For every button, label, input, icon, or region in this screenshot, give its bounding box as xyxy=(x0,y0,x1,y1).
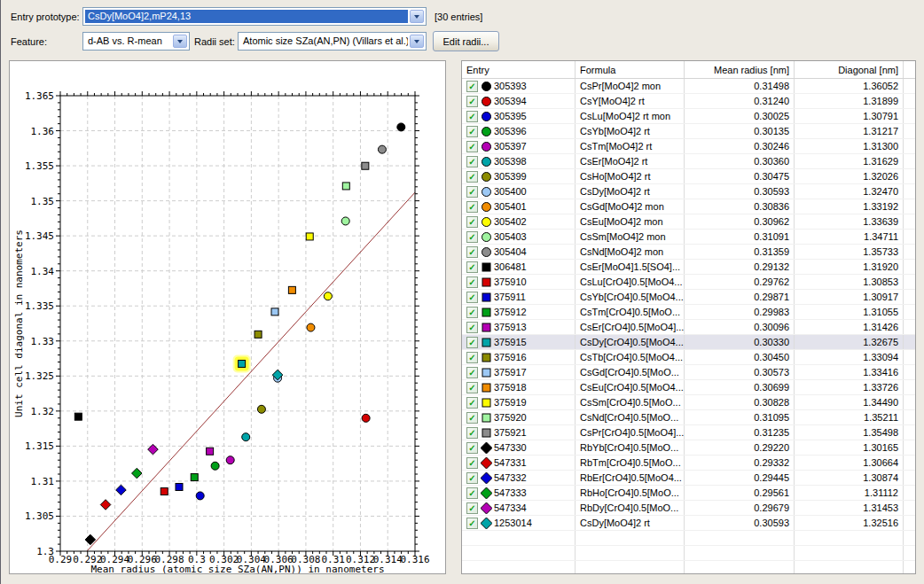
scatter-chart[interactable]: 0.290.2920.2940.2960.2980.30.3020.3040.3… xyxy=(10,61,445,573)
data-point[interactable] xyxy=(191,474,198,481)
table-row[interactable]: ✓305404CsNd[MoO4]2 mon0.313591.35733 xyxy=(462,245,915,260)
table-row[interactable]: ✓305401CsGd[MoO4]2 mon0.308361.33192 xyxy=(462,199,915,214)
entry-checkbox[interactable]: ✓ xyxy=(466,276,478,288)
data-point[interactable] xyxy=(176,483,183,490)
data-point[interactable] xyxy=(161,488,168,495)
entry-checkbox[interactable]: ✓ xyxy=(466,141,478,152)
entry-checkbox[interactable]: ✓ xyxy=(466,246,478,258)
data-point[interactable] xyxy=(362,162,369,169)
data-point[interactable] xyxy=(288,286,295,293)
feature-combobox[interactable]: d-AB vs. R-mean xyxy=(82,32,190,51)
table-row[interactable]: ✓375915CsDy[CrO4]0.5[MoO4...0.303301.326… xyxy=(462,335,915,350)
table-row[interactable]: ✓375910CsLu[CrO4]0.5[MoO4...0.297621.308… xyxy=(462,275,915,290)
entry-prototype-value[interactable]: CsDy[MoO4]2,mP24,13 xyxy=(85,10,408,23)
entry-checkbox[interactable]: ✓ xyxy=(466,307,478,318)
data-point[interactable] xyxy=(324,292,332,300)
table-row[interactable]: ✓306481CsEr[MoO4]1.5[SO4]...0.291321.319… xyxy=(462,260,915,275)
entry-checkbox[interactable]: ✓ xyxy=(466,367,478,378)
data-point[interactable] xyxy=(307,323,315,331)
entry-checkbox[interactable]: ✓ xyxy=(466,216,478,228)
table-row[interactable]: ✓375920CsNd[CrO4]0.5[MoO...0.310951.3521… xyxy=(462,410,915,425)
entry-checkbox[interactable]: ✓ xyxy=(466,322,478,333)
entry-checkbox[interactable]: ✓ xyxy=(466,111,478,122)
entry-checkbox[interactable]: ✓ xyxy=(466,156,478,167)
entry-checkbox[interactable]: ✓ xyxy=(466,397,478,409)
data-point[interactable] xyxy=(341,217,349,225)
table-row[interactable]: ✓1253014CsDy[MoO4]2 rt0.305931.32516 xyxy=(462,516,915,531)
data-point[interactable] xyxy=(74,413,82,420)
entry-checkbox[interactable]: ✓ xyxy=(466,292,478,303)
table-row[interactable]: ✓375912CsTm[CrO4]0.5[MoO...0.299831.3105… xyxy=(462,305,915,320)
table-row[interactable]: ✓305398CsEr[MoO4]2 rt0.303601.31629 xyxy=(462,154,915,169)
entry-checkbox[interactable]: ✓ xyxy=(466,518,478,529)
data-point[interactable] xyxy=(271,308,278,315)
table-row[interactable]: ✓375917CsGd[CrO4]0.5[MoO...0.305731.3341… xyxy=(462,365,915,380)
entry-checkbox[interactable]: ✓ xyxy=(466,81,478,92)
data-point[interactable] xyxy=(207,448,214,455)
data-point[interactable] xyxy=(306,233,313,240)
table-row[interactable]: ✓375921CsPr[CrO4]0.5[MoO4]...0.312351.35… xyxy=(462,425,915,440)
table-row[interactable]: ✓305396CsYb[MoO4]2 rt0.301351.31217 xyxy=(462,124,915,139)
table-row[interactable]: ✓547330RbYb[CrO4]0.5[MoO...0.292201.3016… xyxy=(462,440,915,456)
table-row[interactable]: ✓375916CsTb[CrO4]0.5[MoO4...0.304501.330… xyxy=(462,350,915,365)
entry-prototype-combobox[interactable]: CsDy[MoO4]2,mP24,13 xyxy=(82,7,427,26)
entry-checkbox[interactable]: ✓ xyxy=(466,352,478,363)
table-row[interactable]: ✓305393CsPr[MoO4]2 mon0.314981.36052 xyxy=(462,79,915,94)
entry-checkbox[interactable]: ✓ xyxy=(466,457,478,469)
data-point[interactable] xyxy=(132,468,143,479)
table-row[interactable]: ✓547331RbTm[CrO4]0.5[MoO...0.293321.3066… xyxy=(462,456,915,471)
table-row[interactable]: ✓547334RbDy[CrO4]0.5[MoO...0.296791.3145… xyxy=(462,501,915,516)
entry-checkbox[interactable]: ✓ xyxy=(466,382,478,393)
entry-checkbox[interactable]: ✓ xyxy=(466,126,478,137)
table-row[interactable]: ✓305402CsEu[MoO4]2 mon0.309621.33639 xyxy=(462,214,915,230)
table-row[interactable]: ✓305397CsTm[MoO4]2 rt0.302461.31300 xyxy=(462,139,915,154)
data-point[interactable] xyxy=(254,331,262,338)
data-point[interactable] xyxy=(226,456,234,464)
entry-checkbox[interactable]: ✓ xyxy=(466,487,478,499)
table-row[interactable]: ✓305403CsSm[MoO4]2 mon0.310911.34711 xyxy=(462,230,915,245)
entry-checkbox[interactable]: ✓ xyxy=(466,472,478,484)
radii-set-value[interactable]: Atomic size SZa(AN,PN) (Villars et al.) xyxy=(240,35,408,48)
column-header-mean-radius[interactable]: Mean radius [nm] xyxy=(685,61,795,78)
data-point[interactable] xyxy=(196,492,204,500)
data-point[interactable] xyxy=(100,500,111,510)
radii-set-combobox[interactable]: Atomic size SZa(AN,PN) (Villars et al.) xyxy=(238,32,427,51)
table-row[interactable]: ✓375919CsSm[CrO4]0.5[MoO...0.308281.3449… xyxy=(462,395,915,410)
entry-checkbox[interactable]: ✓ xyxy=(466,231,478,243)
entry-checkbox[interactable]: ✓ xyxy=(466,427,478,439)
table-row[interactable]: ✓547333RbHo[CrO4]0.5[MoO...0.295611.3111… xyxy=(462,486,915,501)
entry-checkbox[interactable]: ✓ xyxy=(466,186,478,198)
data-point[interactable] xyxy=(239,360,246,367)
chevron-down-icon[interactable] xyxy=(410,10,424,23)
data-point[interactable] xyxy=(211,462,219,470)
feature-value[interactable]: d-AB vs. R-mean xyxy=(85,35,171,48)
entry-checkbox[interactable]: ✓ xyxy=(466,502,478,514)
data-point[interactable] xyxy=(362,414,370,422)
table-row[interactable]: ✓547332RbEr[CrO4]0.5[MoO4...0.294451.308… xyxy=(462,471,915,486)
table-row[interactable]: ✓375913CsEr[CrO4]0.5[MoO4]...0.300961.31… xyxy=(462,320,915,335)
data-point[interactable] xyxy=(342,183,349,190)
chevron-down-icon[interactable] xyxy=(410,35,424,48)
data-point[interactable] xyxy=(378,145,386,153)
entry-checkbox[interactable]: ✓ xyxy=(466,337,478,348)
data-point[interactable] xyxy=(257,405,265,413)
table-row[interactable]: ✓305395CsLu[MoO4]2 rt mon0.300251.30791 xyxy=(462,109,915,124)
table-row[interactable]: ✓375918CsEu[CrO4]0.5[MoO4...0.306991.337… xyxy=(462,380,915,395)
entry-checkbox[interactable]: ✓ xyxy=(466,261,478,273)
chevron-down-icon[interactable] xyxy=(173,35,187,48)
data-point[interactable] xyxy=(242,433,250,441)
entry-checkbox[interactable]: ✓ xyxy=(466,171,478,183)
column-header-entry[interactable]: Entry xyxy=(462,61,576,78)
table-row[interactable]: ✓305399CsHo[MoO4]2 rt0.304751.32026 xyxy=(462,169,915,184)
data-point[interactable] xyxy=(397,123,405,131)
column-header-formula[interactable]: Formula xyxy=(576,61,685,78)
entry-checkbox[interactable]: ✓ xyxy=(466,412,478,424)
entry-checkbox[interactable]: ✓ xyxy=(466,442,478,454)
entry-checkbox[interactable]: ✓ xyxy=(466,96,478,107)
edit-radii-button[interactable]: Edit radii... xyxy=(433,31,499,51)
column-header-diagonal[interactable]: Diagonal [nm] xyxy=(795,61,904,78)
table-row[interactable]: ✓305394CsY[MoO4]2 rt0.312401.31899 xyxy=(462,94,915,109)
data-point[interactable] xyxy=(116,485,127,495)
entry-checkbox[interactable]: ✓ xyxy=(466,201,478,213)
table-row[interactable]: ✓305400CsDy[MoO4]2 rt0.305931.32470 xyxy=(462,184,915,199)
